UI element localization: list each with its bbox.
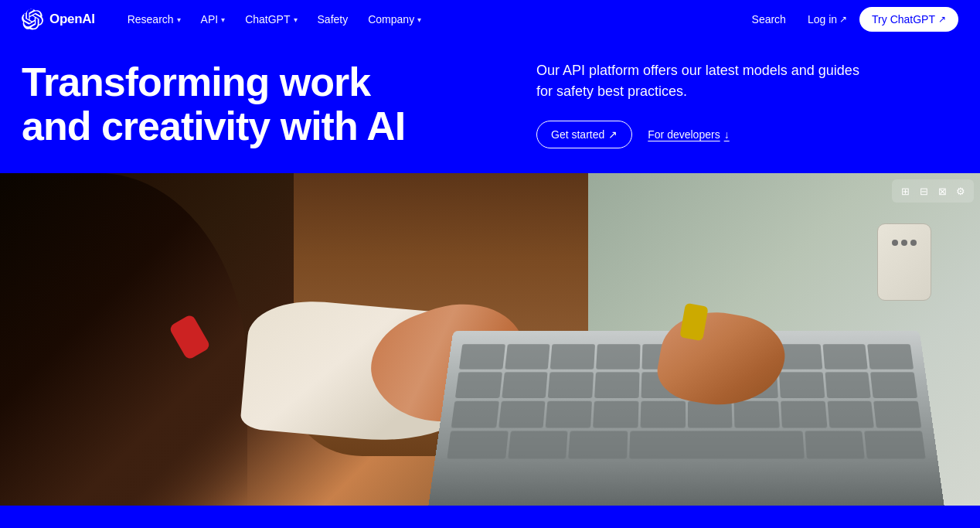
key <box>451 401 499 428</box>
arrow-up-right-icon: ↗ <box>608 128 618 141</box>
for-developers-button[interactable]: For developers ↓ <box>648 128 729 141</box>
nav-right: Search Log in ↗ Try ChatGPT ↗ <box>743 7 958 32</box>
camera-dot <box>910 240 917 246</box>
key <box>822 344 868 370</box>
key-row <box>451 401 921 428</box>
phone <box>877 223 931 301</box>
key <box>867 344 914 370</box>
key <box>546 401 592 428</box>
hero-description: Our API platform offers our latest model… <box>536 60 861 102</box>
key <box>640 401 685 428</box>
camera-dot <box>901 240 907 246</box>
openai-logo[interactable]: OpenAI <box>22 9 95 30</box>
toolbar-icon-1[interactable]: ⊞ <box>897 182 914 199</box>
key <box>805 431 865 459</box>
key <box>447 431 508 459</box>
arrow-down-icon: ↓ <box>724 128 730 141</box>
key <box>594 372 639 398</box>
phone-camera <box>892 240 917 246</box>
arrow-icon: ↗ <box>938 14 946 25</box>
chevron-down-icon: ▾ <box>294 15 298 24</box>
key <box>781 401 827 428</box>
key <box>593 401 638 428</box>
nav-link-company[interactable]: Company ▾ <box>360 9 429 30</box>
toolbar-icon-3[interactable]: ⊠ <box>934 182 951 199</box>
hero-right: Our API platform offers our latest model… <box>490 60 958 148</box>
key <box>779 372 825 398</box>
key <box>548 372 594 398</box>
key <box>458 344 505 370</box>
nav-left: OpenAI Research ▾ API ▾ ChatGPT ▾ Safety… <box>22 9 429 30</box>
key <box>505 344 550 370</box>
camera-dot <box>892 240 898 246</box>
image-toolbar: ⊞ ⊟ ⊠ ⚙ <box>892 179 974 203</box>
hero-section: Transforming work and creativity with AI… <box>0 39 980 173</box>
hero-headline: Transforming work and creativity with AI <box>22 60 408 148</box>
try-chatgpt-button[interactable]: Try ChatGPT ↗ <box>859 7 958 32</box>
get-started-button[interactable]: Get started ↗ <box>536 121 632 148</box>
chevron-down-icon: ▾ <box>417 15 421 24</box>
key <box>550 344 595 370</box>
key <box>498 401 545 428</box>
key <box>454 372 502 398</box>
key <box>568 431 628 459</box>
key <box>733 401 779 428</box>
key-row <box>447 431 926 459</box>
key <box>687 401 732 428</box>
key <box>507 431 567 459</box>
nav-link-research[interactable]: Research ▾ <box>120 9 189 30</box>
login-button[interactable]: Log in ↗ <box>800 9 855 30</box>
key <box>864 431 925 459</box>
key <box>629 431 805 459</box>
key <box>502 372 548 398</box>
key <box>873 401 921 428</box>
nav-links: Research ▾ API ▾ ChatGPT ▾ Safety Compan… <box>120 9 429 30</box>
key <box>870 372 917 398</box>
nav-link-chatgpt[interactable]: ChatGPT ▾ <box>237 9 305 30</box>
search-button[interactable]: Search <box>743 9 795 30</box>
toolbar-settings-icon[interactable]: ⚙ <box>952 182 969 199</box>
openai-logo-icon <box>22 9 43 30</box>
openai-logo-text: OpenAI <box>49 12 95 27</box>
nav-link-safety[interactable]: Safety <box>310 9 356 30</box>
hero-image <box>0 173 980 506</box>
arm-left <box>0 173 247 506</box>
key <box>827 401 874 428</box>
toolbar-icon-2[interactable]: ⊟ <box>915 182 932 199</box>
key <box>825 372 871 398</box>
hero-left: Transforming work and creativity with AI <box>22 60 490 148</box>
chevron-down-icon: ▾ <box>177 15 181 24</box>
chevron-down-icon: ▾ <box>221 15 225 24</box>
key <box>596 344 640 370</box>
external-link-icon: ↗ <box>839 14 847 25</box>
hero-buttons: Get started ↗ For developers ↓ <box>536 121 958 148</box>
nav-link-api[interactable]: API ▾ <box>193 9 233 30</box>
hero-image-section: ⊞ ⊟ ⊠ ⚙ <box>0 173 980 506</box>
main-nav: OpenAI Research ▾ API ▾ ChatGPT ▾ Safety… <box>0 0 980 39</box>
